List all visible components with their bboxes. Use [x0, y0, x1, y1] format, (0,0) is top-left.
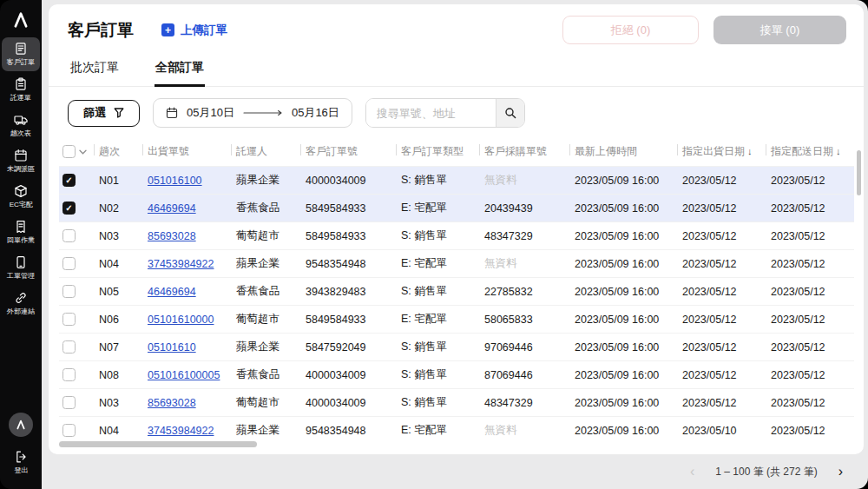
sort-desc-icon: ↓: [836, 146, 841, 156]
pagination-prev-icon[interactable]: ‹: [690, 464, 694, 479]
user-avatar[interactable]: [9, 413, 33, 437]
filter-row: 篩選 05月10日 05月16日: [49, 87, 864, 136]
tab-batch-orders[interactable]: 批次訂單: [69, 53, 120, 87]
sidebar-item-work-orders[interactable]: 工單管理: [2, 251, 40, 285]
cell-order-type: E: 宅配單: [396, 250, 479, 278]
shipment-link[interactable]: 05101610: [148, 341, 196, 354]
shipment-link[interactable]: 37453984922: [148, 258, 214, 270]
reject-button[interactable]: 拒絕 (0): [562, 16, 699, 44]
col-header-delivery-date[interactable]: 指定配送日期↓: [766, 136, 854, 167]
cell-trip: N04: [94, 417, 142, 438]
sidebar: 客戶訂單 託運單 趟次表 未調派區 EC宅配 回單作業 工單管理 外部連結: [0, 0, 42, 489]
cell-ship-date: 2023/05/12: [677, 222, 766, 250]
orders-icon: [14, 42, 28, 56]
sidebar-item-trips[interactable]: 趟次表: [2, 109, 40, 142]
cell-shipment-no: 05101610: [142, 334, 231, 361]
cell-trip: N08: [94, 361, 142, 389]
horizontal-scrollbar[interactable]: [59, 441, 257, 447]
cell-order-type: S: 銷售單: [396, 361, 479, 389]
shipment-link[interactable]: 46469694: [148, 202, 196, 215]
vertical-scrollbar[interactable]: [857, 150, 861, 195]
shipment-link[interactable]: 85693028: [148, 230, 196, 242]
filter-button[interactable]: 篩選: [68, 100, 140, 127]
sidebar-item-logout[interactable]: 登出: [2, 446, 40, 479]
cell-po-no: 58065833: [479, 306, 569, 334]
cell-shipment-no: 85693028: [142, 222, 231, 250]
row-checkbox[interactable]: [62, 285, 76, 298]
row-select-cell: [59, 250, 94, 278]
calendar-icon: [166, 107, 178, 119]
chevron-down-icon[interactable]: [79, 149, 87, 155]
cell-order-no: 5849584933: [300, 222, 396, 250]
cell-ship-date: 2023/05/12: [677, 334, 766, 361]
sidebar-item-customer-orders[interactable]: 客戶訂單: [2, 37, 40, 71]
upload-orders-button[interactable]: 上傳訂單: [156, 22, 233, 39]
cell-trip: N03: [94, 222, 142, 250]
shipment-link[interactable]: 37453984922: [148, 425, 214, 437]
cell-order-no: 3943829483: [300, 278, 396, 306]
date-end: 05月16日: [292, 105, 339, 121]
cell-shipper: 香蕉食品: [231, 195, 300, 222]
table-row: N03 85693028 葡萄超市 5849584933 S: 銷售單 4834…: [59, 222, 854, 250]
cell-trip: N02: [94, 195, 142, 222]
date-range-picker[interactable]: 05月10日 05月16日: [153, 98, 352, 128]
search-button[interactable]: [496, 99, 524, 127]
row-checkbox[interactable]: [62, 340, 76, 354]
row-select-cell: [59, 361, 94, 389]
cell-delivery-date: 2023/05/12: [766, 222, 854, 250]
table-row: N04 37453984922 蘋果企業 9548354948 E: 宅配單 無…: [59, 250, 854, 278]
sidebar-item-undispatched[interactable]: 未調派區: [2, 144, 40, 178]
col-header-order-type: 客戶訂單類型: [396, 136, 479, 167]
sidebar-item-waybill[interactable]: 託運單: [2, 73, 40, 107]
cell-order-type: S: 銷售單: [396, 167, 479, 195]
row-checkbox[interactable]: [62, 257, 76, 270]
shipment-link[interactable]: 85693028: [148, 397, 196, 409]
pagination-next-icon[interactable]: ›: [838, 464, 843, 479]
cell-trip: N04: [94, 250, 142, 278]
tab-all-orders[interactable]: 全部訂單: [155, 53, 205, 87]
cell-shipper: 香蕉食品: [231, 361, 300, 389]
row-select-cell: [59, 222, 94, 250]
col-header-ship-date[interactable]: 指定出貨日期↓: [677, 136, 766, 167]
cell-ship-date: 2023/05/12: [677, 278, 766, 306]
search-input[interactable]: [366, 99, 496, 127]
shipment-link[interactable]: 051016100005: [148, 369, 220, 381]
card-header: 客戶訂單 上傳訂單 拒絕 (0) 接單 (0): [49, 4, 864, 51]
row-checkbox[interactable]: [62, 396, 76, 409]
shipment-link[interactable]: 05101610000: [148, 314, 214, 326]
col-header-order-no: 客戶訂單號: [300, 136, 396, 167]
row-checkbox[interactable]: [62, 174, 76, 187]
brand-logo-icon: [12, 11, 30, 29]
clipboard-icon: [14, 77, 28, 91]
select-all-checkbox[interactable]: [62, 145, 76, 158]
cell-shipment-no: 46469694: [142, 278, 231, 306]
col-header-shipper: 託運人: [231, 136, 300, 167]
receipt-icon: [14, 220, 28, 234]
cell-uploaded-at: 2023/05/09 16:00: [569, 417, 677, 438]
cell-uploaded-at: 2023/05/09 16:00: [569, 278, 677, 306]
row-checkbox[interactable]: [62, 424, 76, 437]
accept-button[interactable]: 接單 (0): [713, 16, 846, 44]
cell-ship-date: 2023/05/12: [677, 306, 766, 334]
shipment-link[interactable]: 051016100: [148, 175, 202, 187]
row-checkbox[interactable]: [62, 368, 76, 381]
row-checkbox[interactable]: [62, 229, 76, 242]
sidebar-item-ec-delivery[interactable]: EC宅配: [2, 180, 40, 214]
cell-shipper: 蘋果企業: [231, 250, 300, 278]
cell-order-no: 5849584933: [300, 195, 396, 222]
sidebar-item-receipts[interactable]: 回單作業: [2, 215, 40, 249]
sidebar-item-external-links[interactable]: 外部連結: [2, 287, 40, 320]
row-checkbox[interactable]: [62, 313, 76, 326]
cell-shipper: 葡萄超市: [231, 222, 300, 250]
cell-ship-date: 2023/05/10: [677, 417, 766, 438]
cell-order-no: 5849584933: [300, 306, 396, 334]
pagination: ‹ 1 – 100 筆 (共 272 筆) ›: [49, 454, 864, 489]
shipment-link[interactable]: 46469694: [148, 286, 196, 298]
row-select-cell: [59, 167, 94, 195]
table-row: N08 051016100005 香蕉食品 4000034009 S: 銷售單 …: [59, 361, 854, 389]
cell-ship-date: 2023/05/12: [677, 195, 766, 222]
row-checkbox[interactable]: [62, 202, 76, 215]
cell-po-no: 無資料: [479, 167, 569, 195]
cell-delivery-date: 2023/05/12: [766, 195, 854, 222]
cell-uploaded-at: 2023/05/09 16:00: [569, 334, 677, 361]
